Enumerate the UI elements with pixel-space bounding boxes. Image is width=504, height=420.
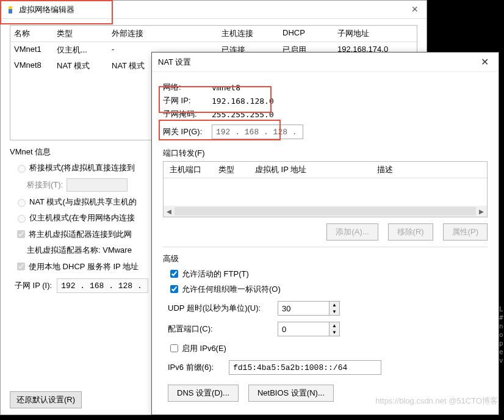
app-icon xyxy=(5,5,15,15)
parent-title-text: 虚拟网络编辑器 xyxy=(19,4,74,15)
scroll-track[interactable] xyxy=(175,207,476,215)
restore-defaults-button[interactable]: 还原默认设置(R) xyxy=(10,391,82,408)
col-type: 类型 xyxy=(57,28,112,39)
enable-ipv6-check[interactable]: 启用 IPv6(E) xyxy=(168,342,488,354)
scroll-left-icon[interactable]: ◄ xyxy=(164,207,175,216)
port-forwarding-label: 端口转发(F) xyxy=(163,148,488,159)
close-icon[interactable]: ✕ xyxy=(477,56,492,68)
allow-ftp-check[interactable]: 允许活动的 FTP(T) xyxy=(168,268,488,280)
udp-timeout-input[interactable] xyxy=(278,301,329,316)
nat-title-text: NAT 设置 xyxy=(158,57,191,68)
dns-settings-button[interactable]: DNS 设置(D)... xyxy=(168,385,239,402)
udp-timeout-spinner[interactable]: ▲▼ xyxy=(278,301,340,316)
horizontal-scrollbar[interactable]: ◄ ► xyxy=(164,206,487,217)
col-host-port: 主机端口 xyxy=(170,164,218,175)
col-sub: 子网地址 xyxy=(337,28,413,39)
terminal-chars: L # n o p e v xyxy=(499,305,504,365)
bridge-to-label: 桥接到(T): xyxy=(27,179,63,190)
checkbox-ftp[interactable] xyxy=(170,270,178,278)
allow-org-oui-check[interactable]: 允许任何组织唯一标识符(O) xyxy=(168,283,488,295)
subnet-ip-label: 子网 IP: xyxy=(163,95,212,106)
spinner-up-icon[interactable]: ▲ xyxy=(329,322,339,329)
network-value: vmnet8 xyxy=(212,83,240,92)
spinner-down-icon[interactable]: ▼ xyxy=(329,329,339,336)
spinner-down-icon[interactable]: ▼ xyxy=(329,308,339,315)
adapter-name-label: 主机虚拟适配器名称: VMware xyxy=(27,245,132,256)
subnet-ip-value: 192.168.128.0 xyxy=(212,96,274,106)
subnet-mask-label: 子网掩码: xyxy=(163,109,212,120)
scroll-right-icon[interactable]: ► xyxy=(476,207,487,216)
col-host: 主机连接 xyxy=(221,28,283,39)
radio-host[interactable] xyxy=(18,215,26,223)
bridge-to-select[interactable] xyxy=(67,178,128,192)
subnet-mask-value: 255.255.255.0 xyxy=(212,110,274,119)
udp-timeout-label: UDP 超时(以秒为单位)(U): xyxy=(168,303,278,314)
add-button[interactable]: 添加(A)... xyxy=(326,223,378,241)
subnet-ip-label: 子网 IP (I): xyxy=(15,280,52,291)
checkbox-dhcp[interactable] xyxy=(17,262,25,270)
nat-settings-dialog: NAT 设置 ✕ 网络:vmnet8 子网 IP:192.168.128.0 子… xyxy=(151,52,499,415)
nat-titlebar: NAT 设置 ✕ xyxy=(152,52,499,72)
netbios-settings-button[interactable]: NetBIOS 设置(N)... xyxy=(248,385,334,402)
parent-titlebar: 虚拟网络编辑器 × xyxy=(1,1,427,19)
network-label: 网络: xyxy=(163,82,212,93)
advanced-label: 高级 xyxy=(163,253,488,264)
remove-button[interactable]: 移除(R) xyxy=(388,223,433,241)
gateway-ip-label: 网关 IP(G): xyxy=(163,126,212,137)
watermark-text: https://blog.csdn.net @51CTO博客 xyxy=(375,396,498,407)
subnet-ip-input[interactable] xyxy=(57,278,148,293)
checkbox-connect[interactable] xyxy=(17,230,25,238)
close-icon[interactable]: × xyxy=(408,3,422,16)
col-type: 类型 xyxy=(218,164,255,175)
properties-button[interactable]: 属性(P) xyxy=(443,223,488,241)
col-ext: 外部连接 xyxy=(112,28,221,39)
networks-table-header: 名称 类型 外部连接 主机连接 DHCP 子网地址 xyxy=(10,26,417,42)
ipv6-prefix-input[interactable] xyxy=(229,360,381,375)
checkbox-ipv6[interactable] xyxy=(170,344,178,352)
config-port-spinner[interactable]: ▲▼ xyxy=(278,322,340,336)
gateway-ip-input[interactable] xyxy=(212,125,303,139)
radio-nat[interactable] xyxy=(18,199,26,207)
spinner-up-icon[interactable]: ▲ xyxy=(329,302,339,308)
config-port-input[interactable] xyxy=(278,322,329,336)
port-forwarding-table: 主机端口 类型 虚拟机 IP 地址 描述 ◄ ► xyxy=(163,161,488,217)
col-dhcp: DHCP xyxy=(283,28,337,39)
checkbox-org[interactable] xyxy=(170,285,178,293)
svg-rect-1 xyxy=(9,9,12,13)
ipv6-prefix-label: IPv6 前缀(6): xyxy=(168,362,229,373)
config-port-label: 配置端口(C): xyxy=(168,324,278,335)
col-name: 名称 xyxy=(14,28,57,39)
col-desc: 描述 xyxy=(377,164,481,175)
col-vm-ip: 虚拟机 IP 地址 xyxy=(255,164,377,175)
radio-bridge[interactable] xyxy=(18,165,26,173)
